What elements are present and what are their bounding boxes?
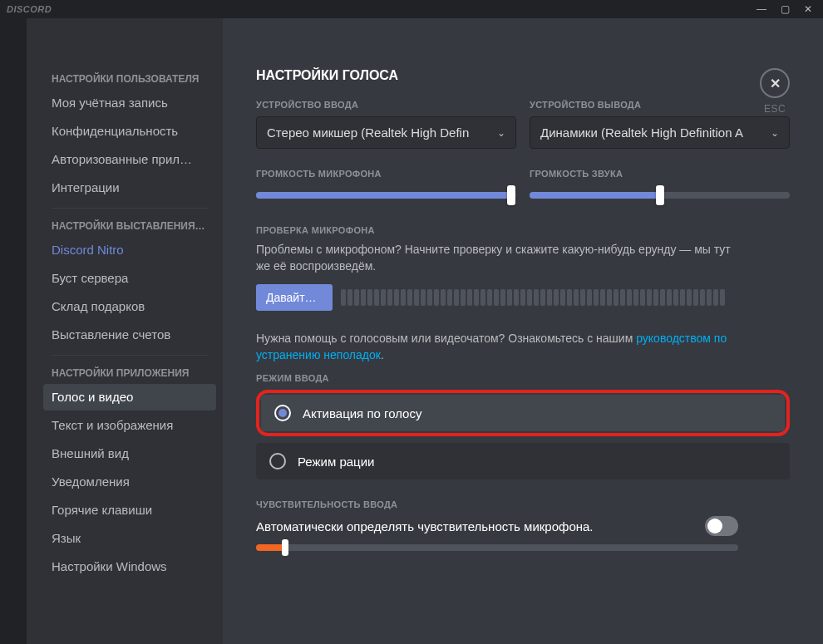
mic-bar: [587, 289, 592, 306]
sidebar-item[interactable]: Конфиденциальность: [43, 118, 216, 145]
close-window-button[interactable]: ✕: [796, 0, 820, 18]
mic-bar: [427, 289, 432, 306]
sidebar-item[interactable]: Интеграции: [43, 175, 216, 201]
mic-bar: [614, 289, 618, 306]
chevron-down-icon: ⌄: [771, 127, 779, 139]
sidebar-item[interactable]: Моя учётная запись: [43, 90, 216, 116]
sidebar-item[interactable]: Настройки Windows: [43, 553, 216, 580]
sidebar-item[interactable]: Текст и изображения: [43, 412, 216, 439]
mic-bar: [640, 289, 645, 306]
mic-bar: [527, 289, 532, 306]
mic-bar: [660, 289, 665, 306]
mic-bar: [367, 289, 372, 306]
mic-bar: [594, 289, 599, 306]
mic-bar: [394, 289, 399, 306]
mic-bar: [667, 289, 672, 306]
mic-bar: [514, 289, 519, 306]
output-device-label: УСТРОЙСТВО ВЫВОДА: [530, 100, 790, 110]
mic-bar: [620, 289, 625, 306]
slider-thumb[interactable]: [656, 185, 664, 205]
mic-bar: [341, 289, 346, 306]
mic-bar: [454, 289, 459, 306]
mic-bar: [480, 289, 485, 306]
settings-sidebar: НАСТРОЙКИ ПОЛЬЗОВАТЕЛЯМоя учётная запись…: [27, 18, 223, 644]
mic-bar: [627, 289, 632, 306]
output-volume-label: ГРОМКОСТЬ ЗВУКА: [530, 169, 790, 179]
output-device-select[interactable]: Динамики (Realtek High Definition A ⌄: [530, 116, 790, 149]
mic-test-label: ПРОВЕРКА МИКРОФОНА: [256, 225, 790, 235]
sidebar-item[interactable]: Голос и видео: [43, 384, 216, 410]
settings-content: ✕ ESC НАСТРОЙКИ ГОЛОСА УСТРОЙСТВО ВВОДА …: [223, 18, 823, 644]
sidebar-section-header: НАСТРОЙКИ ВЫСТАВЛЕНИЯ…: [43, 215, 216, 237]
mic-bar: [580, 289, 585, 306]
sidebar-separator: [52, 208, 208, 209]
mic-bar: [720, 289, 725, 306]
input-mode-option[interactable]: Режим рации: [256, 443, 790, 479]
sidebar-item[interactable]: Discord Nitro: [43, 237, 216, 263]
input-device-value: Стерео микшер (Realtek High Defin: [267, 125, 469, 140]
sidebar-item[interactable]: Авторизованные прил…: [43, 146, 216, 173]
slider-thumb[interactable]: [282, 539, 288, 556]
mic-bar: [414, 289, 419, 306]
mic-bar: [447, 289, 452, 306]
input-mode-option[interactable]: Активация по голосу: [261, 395, 785, 431]
sensitivity-slider[interactable]: [256, 544, 738, 551]
input-device-label: УСТРОЙСТВО ВВОДА: [256, 100, 516, 110]
window-titlebar: DISCORD — ▢ ✕: [0, 0, 823, 18]
mic-bar: [401, 289, 406, 306]
auto-sensitivity-label: Автоматически определять чувствительност…: [256, 519, 594, 533]
mic-bar: [461, 289, 466, 306]
radio-label: Режим рации: [298, 455, 374, 469]
sidebar-item[interactable]: Выставление счетов: [43, 322, 216, 348]
mic-bar: [407, 289, 412, 306]
mic-bar: [560, 289, 565, 306]
mic-bar: [534, 289, 539, 306]
maximize-button[interactable]: ▢: [773, 0, 796, 18]
slider-thumb[interactable]: [507, 185, 515, 205]
mic-bar: [600, 289, 605, 306]
output-device-value: Динамики (Realtek High Definition A: [540, 125, 743, 140]
app-brand: DISCORD: [7, 4, 52, 14]
output-volume-slider[interactable]: [530, 185, 790, 205]
minimize-button[interactable]: —: [750, 0, 773, 18]
mic-test-button[interactable]: Давайте пр…: [256, 284, 333, 311]
auto-sensitivity-toggle[interactable]: [705, 516, 738, 536]
sidebar-item[interactable]: Буст сервера: [43, 265, 216, 292]
highlight-annotation: Активация по голосу: [256, 390, 790, 436]
input-mode-label: РЕЖИМ ВВОДА: [256, 373, 790, 383]
window-controls: — ▢ ✕: [750, 0, 820, 18]
sidebar-item[interactable]: Горячие клавиши: [43, 497, 216, 524]
mic-bar: [520, 289, 525, 306]
mic-bar: [441, 289, 446, 306]
toggle-knob: [707, 519, 722, 533]
sensitivity-label: ЧУВСТВИТЕЛЬНОСТЬ ВВОДА: [256, 499, 790, 509]
mic-bar: [540, 289, 545, 306]
mic-bar: [607, 289, 612, 306]
close-esc-label: ESC: [760, 103, 790, 115]
sidebar-item[interactable]: Язык: [43, 525, 216, 552]
mic-bar: [467, 289, 472, 306]
sidebar-item[interactable]: Уведомления: [43, 469, 216, 495]
mic-bar: [647, 289, 652, 306]
input-device-select[interactable]: Стерео микшер (Realtek High Defin ⌄: [256, 116, 516, 149]
sidebar-item[interactable]: Внешний вид: [43, 440, 216, 467]
mic-bar: [381, 289, 386, 306]
mic-bar: [693, 289, 698, 306]
mic-bar: [494, 289, 499, 306]
mic-bar: [687, 289, 692, 306]
sidebar-separator: [52, 355, 208, 356]
mic-bar: [653, 289, 658, 306]
input-mode-radio-group: Активация по голосуРежим рации: [256, 390, 790, 479]
mic-bar: [347, 289, 352, 306]
sidebar-section-header: НАСТРОЙКИ ПРИЛОЖЕНИЯ: [43, 362, 216, 384]
input-volume-slider[interactable]: [256, 185, 516, 205]
mic-bar: [567, 289, 572, 306]
close-settings-button[interactable]: ✕: [760, 68, 790, 98]
mic-bar: [421, 289, 426, 306]
close-settings-region: ✕ ESC: [760, 68, 790, 115]
mic-bar: [700, 289, 705, 306]
input-volume-label: ГРОМКОСТЬ МИКРОФОНА: [256, 169, 516, 179]
mic-bar: [574, 289, 579, 306]
close-icon: ✕: [770, 76, 781, 91]
sidebar-item[interactable]: Склад подарков: [43, 293, 216, 320]
